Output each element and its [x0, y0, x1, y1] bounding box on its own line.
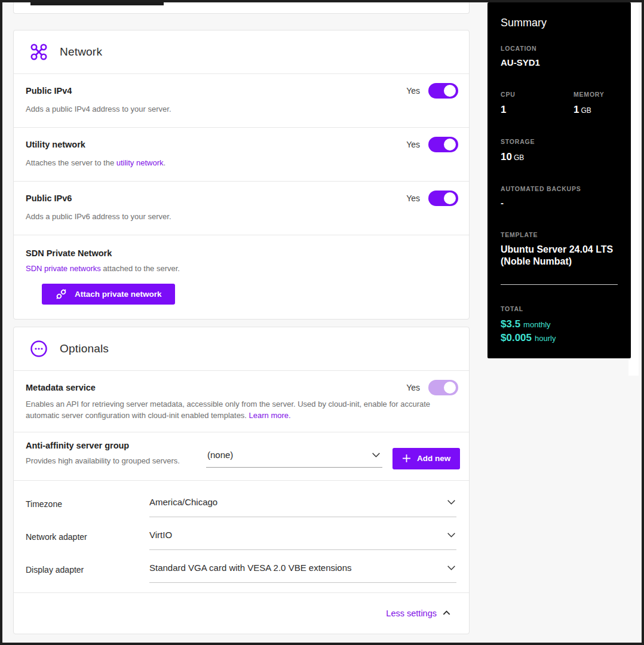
storage-label: STORAGE — [501, 138, 618, 145]
utility-desc-text: Attaches the server to the — [26, 158, 116, 167]
public-ipv4-desc: Adds a public IPv4 address to your serve… — [26, 104, 458, 115]
server-create-page: Network Public IPv4 Yes Adds a public IP… — [0, 0, 644, 645]
network-adapter-row: Network adapter VirtIO — [26, 521, 456, 554]
metadata-service-label: Metadata service — [26, 383, 96, 392]
utility-network-toggle[interactable] — [428, 137, 458, 152]
public-ipv4-label: Public IPv4 — [26, 86, 72, 96]
summary-location: LOCATION AU-SYD1 — [501, 45, 618, 69]
public-ipv6-desc: Adds a public IPv6 address to your serve… — [26, 211, 458, 223]
connector-icon — [55, 288, 68, 300]
hourly-unit: hourly — [535, 334, 556, 343]
sdn-label: SDN Private Network — [26, 248, 458, 258]
template-label: TEMPLATE — [501, 231, 618, 238]
less-settings-label: Less settings — [386, 609, 437, 618]
add-new-label: Add new — [417, 454, 450, 463]
metadata-service-toggle[interactable] — [428, 380, 458, 395]
memory-unit: GB — [581, 106, 591, 115]
partial-ui-remnant — [30, 2, 164, 5]
display-adapter-row: Display adapter Standard VGA card with V… — [26, 554, 456, 586]
display-adapter-label: Display adapter — [26, 554, 149, 586]
utility-network-desc: Attaches the server to the utility netwo… — [26, 158, 458, 169]
network-icon — [29, 42, 48, 62]
less-settings-row: Less settings — [14, 592, 469, 634]
public-ipv6-toggle[interactable] — [428, 191, 458, 206]
chevron-down-icon — [446, 497, 456, 507]
anti-affinity-row: Anti-affinity server group Provides high… — [14, 432, 469, 481]
public-ipv4-toggle-state: Yes — [406, 86, 420, 96]
display-adapter-select[interactable]: Standard VGA card with VESA 2.0 VBE exte… — [149, 554, 456, 583]
sdn-private-network-row: SDN Private Network SDN private networks… — [14, 235, 469, 320]
attach-private-network-button[interactable]: Attach private network — [42, 284, 175, 305]
utility-desc-period: . — [164, 158, 166, 167]
summary-memory: MEMORY 1GB — [574, 91, 605, 116]
optionals-card-header: Optionals — [14, 327, 469, 371]
summary-panel: Summary LOCATION AU-SYD1 CPU 1 MEMORY 1G… — [487, 2, 631, 358]
storage-unit: GB — [514, 153, 524, 162]
chevron-up-icon — [442, 609, 451, 618]
timezone-label: Timezone — [26, 488, 149, 521]
timezone-select[interactable]: America/Chicago — [149, 488, 456, 517]
anti-affinity-select[interactable]: (none) — [206, 446, 382, 468]
adapter-selects-block: Timezone America/Chicago Network adapter… — [14, 481, 469, 592]
cpu-value: 1 — [501, 104, 506, 115]
monthly-price-line: $3.5monthly — [501, 318, 618, 331]
public-ipv4-row: Public IPv4 Yes Adds a public IPv4 addre… — [14, 74, 469, 128]
memory-label: MEMORY — [574, 91, 605, 98]
monthly-price: $3.5 — [501, 318, 520, 330]
timezone-value: America/Chicago — [149, 497, 217, 507]
display-adapter-value: Standard VGA card with VESA 2.0 VBE exte… — [149, 563, 352, 573]
monthly-unit: monthly — [523, 320, 551, 329]
utility-network-label: Utility network — [26, 140, 85, 149]
summary-storage: STORAGE 10GB — [501, 138, 618, 163]
add-new-group-button[interactable]: Add new — [392, 448, 460, 469]
network-adapter-value: VirtIO — [149, 530, 172, 540]
previous-card-partial — [13, 2, 470, 14]
public-ipv6-row: Public IPv6 Yes Adds a public IPv6 addre… — [14, 182, 469, 235]
less-settings-link[interactable]: Less settings — [386, 609, 451, 618]
utility-network-link[interactable]: utility network — [116, 158, 164, 167]
sdn-private-networks-link[interactable]: SDN private networks — [26, 264, 101, 273]
network-section-title: Network — [60, 45, 102, 59]
summary-template: TEMPLATE Ubuntu Server 24.04 LTS (Noble … — [501, 231, 618, 268]
backups-label: AUTOMATED BACKUPS — [501, 185, 618, 192]
hourly-price-line: $0.005hourly — [501, 331, 618, 345]
location-value: AU-SYD1 — [501, 57, 618, 69]
optionals-card: Optionals Metadata service Yes Enables a… — [13, 327, 470, 634]
storage-value: 10 — [501, 151, 512, 162]
metadata-service-desc: Enables an API for retrieving server met… — [26, 399, 458, 422]
anti-affinity-select-value: (none) — [207, 450, 233, 460]
optionals-ellipsis-icon — [29, 339, 48, 358]
hourly-price: $0.005 — [501, 332, 532, 343]
attach-button-label: Attach private network — [75, 290, 162, 299]
metadata-toggle-state: Yes — [406, 383, 420, 392]
chevron-down-icon — [446, 530, 456, 540]
anti-affinity-desc: Provides high availability to grouped se… — [26, 456, 206, 467]
backups-value: - — [501, 198, 618, 209]
sdn-desc: SDN private networks attached to the ser… — [26, 263, 458, 275]
location-label: LOCATION — [501, 45, 618, 52]
total-label: TOTAL — [501, 305, 618, 312]
learn-more-link[interactable]: Learn more. — [249, 411, 291, 420]
utility-network-toggle-state: Yes — [406, 140, 420, 149]
plus-icon — [402, 454, 411, 463]
template-value: Ubuntu Server 24.04 LTS (Noble Numbat) — [501, 244, 620, 268]
main-column: Network Public IPv4 Yes Adds a public IP… — [13, 2, 470, 14]
sdn-desc-text: attached to the server. — [101, 264, 180, 273]
chevron-down-icon — [446, 563, 456, 573]
network-card-header: Network — [14, 30, 469, 74]
timezone-row: Timezone America/Chicago — [26, 488, 456, 521]
optionals-section-title: Optionals — [60, 342, 109, 355]
summary-backups: AUTOMATED BACKUPS - — [501, 185, 618, 209]
summary-cpu: CPU 1 — [501, 91, 574, 116]
summary-title: Summary — [501, 17, 618, 29]
summary-cpu-memory: CPU 1 MEMORY 1GB — [501, 91, 618, 116]
memory-value: 1 — [574, 104, 579, 115]
network-card: Network Public IPv4 Yes Adds a public IP… — [13, 30, 470, 320]
metadata-desc-text: Enables an API for retrieving server met… — [26, 400, 430, 420]
network-adapter-label: Network adapter — [26, 521, 149, 554]
chevron-down-icon — [371, 450, 381, 460]
public-ipv4-toggle[interactable] — [428, 83, 458, 99]
network-adapter-select[interactable]: VirtIO — [149, 521, 456, 550]
summary-total: TOTAL $3.5monthly $0.005hourly — [501, 284, 618, 345]
public-ipv6-label: Public IPv6 — [26, 194, 72, 203]
